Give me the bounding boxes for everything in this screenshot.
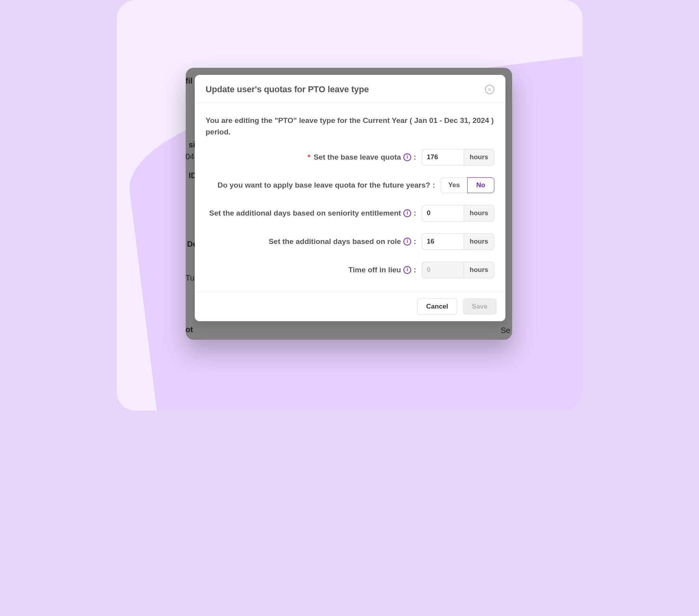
future-years-no-button[interactable]: No	[467, 177, 494, 193]
required-star: *	[308, 153, 310, 162]
backdrop-text: Se	[501, 326, 510, 335]
future-years-yes-button[interactable]: Yes	[441, 177, 468, 193]
role-input[interactable]	[422, 233, 464, 250]
unit-label: hours	[464, 262, 494, 278]
label-text: Set the additional days based on seniori…	[209, 209, 401, 218]
colon: :	[414, 153, 416, 162]
unit-label: hours	[464, 233, 494, 250]
label-toil: Time off in lieu i :	[348, 266, 416, 274]
unit-label: hours	[464, 205, 494, 221]
label-future-years: Do you want to apply base leave quota fo…	[218, 181, 435, 190]
label-role: Set the additional days based on role i …	[268, 237, 416, 246]
backdrop-text: ot	[186, 325, 193, 334]
future-years-segmented: Yes No	[441, 177, 494, 193]
label-text: Set the additional days based on role	[268, 237, 401, 246]
seniority-field: hours	[422, 205, 494, 221]
modal-footer: Cancel Save	[195, 292, 505, 321]
colon: :	[414, 209, 416, 218]
modal-header: Update user's quotas for PTO leave type …	[195, 75, 505, 103]
row-base-quota: * Set the base leave quota i : hours	[206, 149, 494, 166]
modal-title: Update user's quotas for PTO leave type	[206, 84, 369, 95]
row-future-years: Do you want to apply base leave quota fo…	[206, 177, 494, 193]
colon: :	[414, 266, 416, 274]
close-icon[interactable]: ✕	[485, 85, 494, 94]
label-text: Do you want to apply base leave quota fo…	[218, 181, 431, 190]
label-text: Time off in lieu	[348, 266, 401, 274]
save-button[interactable]: Save	[463, 298, 497, 315]
row-role: Set the additional days based on role i …	[206, 233, 494, 250]
seniority-input[interactable]	[422, 205, 464, 221]
info-icon[interactable]: i	[403, 209, 411, 217]
modal-intro-text: You are editing the "PTO" leave type for…	[206, 115, 494, 138]
base-quota-field: hours	[422, 149, 494, 166]
base-quota-input[interactable]	[422, 149, 464, 166]
backdrop-text: si	[189, 140, 196, 149]
unit-label: hours	[464, 149, 494, 166]
colon: :	[414, 237, 416, 246]
toil-input	[422, 262, 464, 278]
label-seniority: Set the additional days based on seniori…	[209, 209, 416, 218]
info-icon[interactable]: i	[403, 238, 411, 246]
backdrop-text: 04	[186, 152, 194, 161]
colon: :	[432, 181, 435, 190]
label-text: Set the base leave quota	[313, 153, 401, 162]
role-field: hours	[422, 233, 494, 250]
modal-body: You are editing the "PTO" leave type for…	[195, 103, 505, 292]
toil-field: hours	[422, 262, 494, 278]
row-toil: Time off in lieu i : hours	[206, 262, 494, 278]
info-icon[interactable]: i	[403, 266, 411, 274]
label-base-quota: * Set the base leave quota i :	[308, 153, 416, 162]
update-quota-modal: Update user's quotas for PTO leave type …	[195, 75, 505, 321]
row-seniority: Set the additional days based on seniori…	[206, 205, 494, 221]
backdrop-text: fil	[186, 76, 193, 86]
cancel-button[interactable]: Cancel	[417, 298, 457, 315]
info-icon[interactable]: i	[403, 153, 411, 161]
